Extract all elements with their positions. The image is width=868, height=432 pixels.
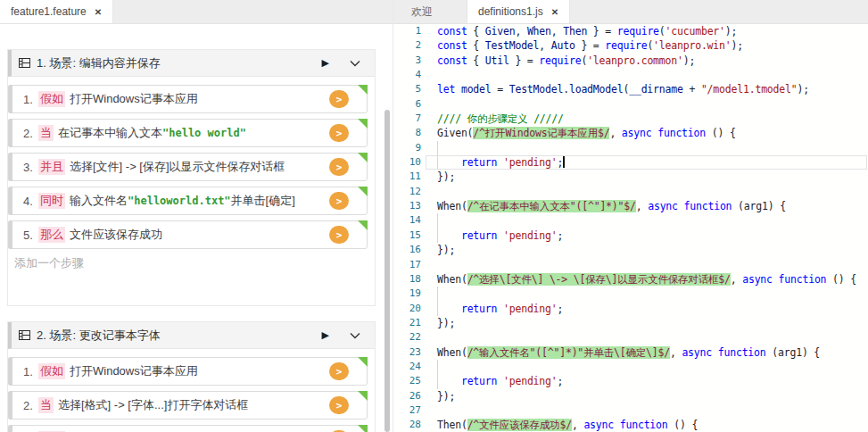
- code-line[interactable]: 21});: [393, 316, 868, 330]
- code-line[interactable]: 15 return 'pending';: [393, 228, 868, 243]
- step-text: 选择[文件] -> [保存]以显示文件保存对话框: [70, 159, 285, 175]
- tab-feature1[interactable]: feature1.feature ✕: [0, 0, 113, 23]
- line-number: 10: [393, 155, 421, 170]
- code-token: });: [437, 317, 455, 329]
- run-step-button[interactable]: >: [329, 396, 349, 414]
- code-line[interactable]: 8Given(/^打开Windows记事本应用$/, async functio…: [393, 126, 868, 140]
- code-line-content: When(/^输入文件名"([^"]*)"并单击\[确定\]$/, async …: [437, 345, 820, 360]
- code-line[interactable]: 16});: [393, 243, 868, 257]
- code-token: require: [539, 54, 581, 67]
- run-step-button[interactable]: >: [329, 362, 349, 380]
- line-number: 20: [393, 302, 421, 316]
- play-scenario-icon[interactable]: ▶: [322, 57, 329, 69]
- code-token: async: [622, 127, 652, 139]
- chevron-down-icon[interactable]: [350, 60, 360, 67]
- code-token: function: [620, 419, 668, 431]
- code-line[interactable]: 20 return 'pending';: [393, 302, 868, 316]
- step-card[interactable]: 4.同时输入文件名"helloworld.txt"并单击[确定]>: [8, 187, 368, 215]
- step-number: 1.: [23, 365, 38, 378]
- code-line[interactable]: 17: [393, 258, 868, 272]
- run-step-button[interactable]: >: [329, 158, 349, 176]
- code-line[interactable]: 12: [393, 185, 868, 199]
- code-line[interactable]: 18When(/^选择\[文件\] \-> \[保存\]以显示文件保存对话框$/…: [393, 272, 868, 287]
- step-text: 输入文件名: [70, 193, 128, 209]
- run-step-button[interactable]: >: [329, 124, 349, 142]
- code-line[interactable]: 7//// 你的步骤定义 /////: [393, 112, 868, 126]
- code-editor[interactable]: 1const { Given, When, Then } = require('…: [393, 24, 868, 432]
- line-number: 11: [393, 170, 421, 184]
- run-step-button[interactable]: >: [329, 192, 349, 210]
- feature-panel: feature1.feature ✕ 1. 场景: 编辑内容并保存▶1.假如打开…: [0, 0, 393, 432]
- code-line[interactable]: 28Then(/^文件应该保存成功$/, async function () {: [393, 418, 868, 432]
- code-line[interactable]: 2const { TestModel, Auto } = require('le…: [393, 38, 868, 53]
- code-line[interactable]: 19: [393, 287, 868, 301]
- step-number: 2.: [23, 127, 38, 140]
- code-line[interactable]: 25 return 'pending';: [393, 374, 868, 388]
- drag-handle-icon[interactable]: [8, 425, 12, 432]
- close-icon[interactable]: ✕: [551, 7, 558, 17]
- drag-handle-icon[interactable]: [8, 119, 12, 147]
- app-window: feature1.feature ✕ 1. 场景: 编辑内容并保存▶1.假如打开…: [0, 0, 868, 432]
- drag-handle-icon[interactable]: [8, 85, 12, 113]
- drag-handle-icon[interactable]: [8, 187, 12, 215]
- code-token: 'cucumber': [665, 25, 725, 37]
- code-token: ,: [731, 273, 742, 286]
- tab-definitions1[interactable]: definitions1.js ✕: [467, 0, 570, 23]
- drag-handle-icon[interactable]: [8, 357, 12, 386]
- code-line[interactable]: 14: [393, 213, 868, 228]
- add-step-button[interactable]: 添加一个步骤: [14, 255, 375, 271]
- run-step-button[interactable]: >: [329, 226, 349, 244]
- code-line[interactable]: 23When(/^输入文件名"([^"]*)"并单击\[确定\]$/, asyn…: [393, 345, 868, 360]
- run-step-button[interactable]: >: [329, 90, 349, 108]
- drag-handle-icon[interactable]: [8, 220, 12, 249]
- code-token: [678, 200, 684, 212]
- code-token: /^选择\[文件\] \-> \[保存\]以显示文件保存对话框$/: [467, 273, 731, 286]
- code-token: let: [437, 83, 455, 96]
- code-token: ,: [572, 419, 583, 431]
- status-pass-corner-icon: [358, 187, 368, 196]
- step-card[interactable]: 2.当选择[格式] -> [字体...]打开字体对话框>: [8, 391, 368, 420]
- scenario-header[interactable]: 1. 场景: 编辑内容并保存▶: [8, 50, 375, 77]
- step-card[interactable]: 1.假如打开Windows记事本应用>: [8, 85, 368, 113]
- line-number: 28: [393, 418, 421, 432]
- status-pass-corner-icon: [358, 85, 368, 95]
- code-line[interactable]: 27: [393, 403, 868, 418]
- code-line[interactable]: 9: [393, 141, 868, 155]
- drag-handle-icon[interactable]: [8, 391, 12, 420]
- step-card[interactable]: 2.当在记事本中输入文本"hello world">: [8, 119, 368, 147]
- chevron-down-icon[interactable]: [350, 332, 360, 339]
- code-line[interactable]: 6: [393, 97, 868, 112]
- line-number: 21: [393, 316, 421, 330]
- tab-welcome[interactable]: 欢迎: [401, 0, 443, 23]
- code-token: [497, 303, 503, 315]
- step-text: 并单击[确定]: [231, 193, 295, 209]
- step-card[interactable]: 3.并且在[字体]列表框中选择[Arial]字体>: [8, 425, 368, 432]
- scenario-icon: [19, 58, 30, 68]
- step-card[interactable]: 5.那么文件应该保存成功>: [8, 220, 368, 249]
- close-icon[interactable]: ✕: [95, 7, 102, 17]
- code-token: ,: [515, 25, 526, 37]
- code-token: );: [725, 25, 737, 37]
- code-line[interactable]: 3const { Util } = require('leanpro.commo…: [393, 54, 868, 68]
- code-line[interactable]: 5let model = TestModel.loadModel(__dirna…: [393, 82, 868, 96]
- scenario-header[interactable]: 2. 场景: 更改记事本字体▶: [8, 322, 375, 349]
- step-card[interactable]: 3.并且选择[文件] -> [保存]以显示文件保存对话框>: [8, 153, 368, 181]
- code-token: When(: [437, 200, 467, 212]
- code-line[interactable]: 13When(/^在记事本中输入文本"([^"]*)"$/, async fun…: [393, 199, 868, 213]
- code-token: Then(: [437, 419, 467, 431]
- step-card[interactable]: 1.假如打开Windows记事本应用>: [8, 357, 368, 386]
- left-panel-scrollbar[interactable]: [384, 110, 390, 432]
- code-line[interactable]: 26});: [393, 389, 868, 403]
- code-line-content: });: [437, 389, 455, 403]
- line-number: 3: [393, 54, 421, 68]
- status-pass-corner-icon: [358, 153, 368, 162]
- code-line[interactable]: 11});: [393, 170, 868, 184]
- code-line[interactable]: 1const { Given, When, Then } = require('…: [393, 24, 868, 38]
- code-line[interactable]: 22: [393, 330, 868, 345]
- code-token: Auto: [551, 39, 575, 52]
- code-line[interactable]: 24: [393, 360, 868, 374]
- code-line[interactable]: 10 return 'pending';: [393, 155, 868, 170]
- drag-handle-icon[interactable]: [8, 153, 12, 181]
- play-scenario-icon[interactable]: ▶: [322, 329, 329, 341]
- code-line[interactable]: 4: [393, 68, 868, 82]
